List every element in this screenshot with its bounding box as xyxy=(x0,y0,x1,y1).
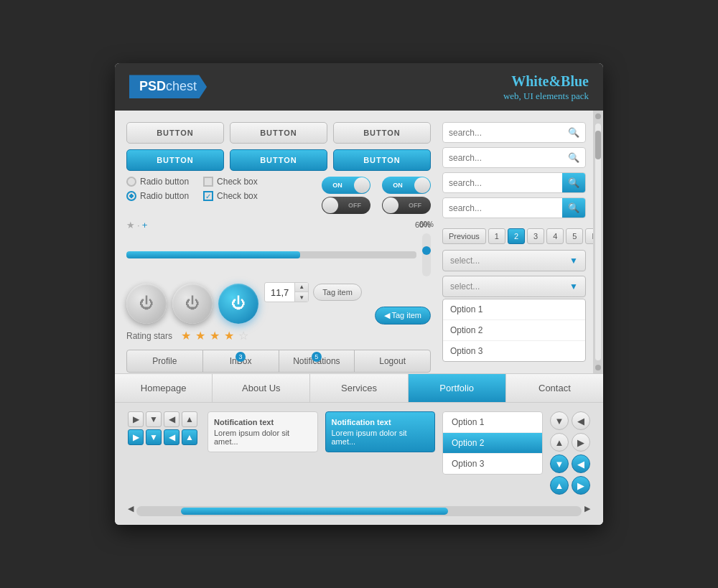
outline-btn-3[interactable]: BUTTON xyxy=(333,122,431,144)
select-2[interactable]: select... ▼ xyxy=(442,276,586,297)
dropdown-opt-2[interactable]: Option 2 xyxy=(443,320,585,341)
page-5[interactable]: 5 xyxy=(566,228,583,244)
nav-contact[interactable]: Contact xyxy=(506,374,603,402)
search-box-4: 🔍 xyxy=(442,197,586,218)
dropdown-opt-3[interactable]: Option 3 xyxy=(443,341,585,361)
check-2[interactable]: ✓ Check box xyxy=(203,191,258,201)
arr-left-1[interactable]: ◀ xyxy=(164,411,180,427)
notif-badge: 5 xyxy=(312,352,322,362)
search-box-1: 🔍 xyxy=(442,122,586,143)
circle-row-4: ▲ ▶ xyxy=(550,476,590,495)
search-icon-2: 🔍 xyxy=(562,148,585,167)
scroll-down-btn[interactable] xyxy=(595,365,601,370)
search-input-1[interactable] xyxy=(443,123,562,142)
select-1[interactable]: select... ▼ xyxy=(442,250,586,271)
star-4[interactable]: ★ xyxy=(224,329,234,342)
search-input-2[interactable] xyxy=(443,149,562,167)
hscroll-track[interactable] xyxy=(136,506,582,516)
check-1[interactable]: Check box xyxy=(203,177,258,187)
spinbox[interactable]: 11,7 ▲ ▼ xyxy=(264,282,309,302)
vertical-slider[interactable]: 60% xyxy=(422,233,431,276)
page-1[interactable]: 1 xyxy=(488,228,505,244)
circle-left-2[interactable]: ◀ xyxy=(572,454,590,473)
circle-left-1[interactable]: ◀ xyxy=(572,411,590,430)
filled-btn-row: BUTTON BUTTON BUTTON xyxy=(126,149,431,171)
nav-about[interactable]: About Us xyxy=(213,374,310,402)
spinbox-tag-row: 11,7 ▲ ▼ Tag item xyxy=(264,282,431,302)
arr-up-1[interactable]: ▲ xyxy=(182,411,197,427)
knob-1[interactable]: ⏻ xyxy=(126,284,167,324)
hscroll-right-arrow[interactable]: ▶ xyxy=(584,504,590,513)
tab-profile[interactable]: Profile xyxy=(127,350,203,372)
star-1[interactable]: ★ xyxy=(181,329,191,342)
bottom-opt-2[interactable]: Option 2 xyxy=(443,433,542,454)
bottom-opt-1[interactable]: Option 1 xyxy=(443,412,542,433)
notif-title-2: Notification text xyxy=(332,418,429,426)
toggle-on-1[interactable]: ON xyxy=(322,177,370,194)
search-input-3[interactable] xyxy=(443,174,562,192)
toggle-off-1[interactable]: OFF xyxy=(322,197,370,214)
circle-up-2[interactable]: ▲ xyxy=(550,476,569,495)
search-icon-1: 🔍 xyxy=(562,123,585,142)
toggle-col: ON OFF xyxy=(322,177,370,214)
progress-bar-bg[interactable] xyxy=(126,251,416,258)
nav-portfolio[interactable]: Portfolio xyxy=(409,374,506,402)
tab-inbox[interactable]: 3 InBox xyxy=(203,350,279,372)
arr-left-2[interactable]: ◀ xyxy=(164,429,180,445)
star-5[interactable]: ☆ xyxy=(238,329,248,342)
toggle-off-2[interactable]: OFF xyxy=(382,197,431,214)
bottom-opt-3[interactable]: Option 3 xyxy=(443,454,542,474)
circle-down-1[interactable]: ▼ xyxy=(550,411,569,430)
arr-right-1[interactable]: ▶ xyxy=(128,411,144,427)
power-icon-2: ⏻ xyxy=(185,295,200,312)
circle-right-2[interactable]: ▶ xyxy=(572,476,590,495)
scroll-track xyxy=(595,123,601,360)
scroll-thumb[interactable] xyxy=(595,131,601,159)
tag-2[interactable]: ◀ Tag item xyxy=(375,307,431,325)
tab-notifications[interactable]: 5 Notifications xyxy=(279,350,355,372)
check-box-2: ✓ xyxy=(203,191,213,201)
dropdown-opt-1[interactable]: Option 1 xyxy=(443,299,585,320)
page-4[interactable]: 4 xyxy=(546,228,564,244)
hscroll-left-arrow[interactable]: ◀ xyxy=(128,504,134,513)
circle-right-1[interactable]: ▶ xyxy=(572,433,590,452)
spinbox-down[interactable]: ▼ xyxy=(295,292,308,302)
toggle-knob-3 xyxy=(414,177,430,193)
star-minus[interactable]: ★ xyxy=(126,220,135,230)
arr-down-1[interactable]: ▼ xyxy=(146,411,162,427)
toggle-on-2[interactable]: ON xyxy=(382,177,431,194)
arr-down-2[interactable]: ▼ xyxy=(146,429,162,445)
tab-logout-label: Logout xyxy=(379,356,406,366)
circle-up-1[interactable]: ▲ xyxy=(550,433,569,452)
select-arrow-1: ▼ xyxy=(569,256,578,266)
arr-up-2[interactable]: ▲ xyxy=(182,429,197,445)
notif-body-1: Lorem ipsum dolor sit amet... xyxy=(214,429,312,446)
nav-homepage[interactable]: Homepage xyxy=(115,374,213,402)
arr-right-2[interactable]: ▶ xyxy=(128,429,144,445)
radio-2[interactable]: Radio button xyxy=(126,191,189,201)
circle-down-2[interactable]: ▼ xyxy=(550,454,569,473)
radio-1[interactable]: Radio button xyxy=(126,177,189,187)
dropdown-open: Option 1 Option 2 Option 3 xyxy=(442,299,586,362)
star-3[interactable]: ★ xyxy=(210,329,220,342)
knob-3[interactable]: ⏻ xyxy=(218,284,258,324)
title-small: web, UI elements pack xyxy=(503,90,589,103)
page-prev[interactable]: Previous xyxy=(442,228,486,244)
nav-services[interactable]: Services xyxy=(310,374,408,402)
outline-btn-2[interactable]: BUTTON xyxy=(230,122,327,144)
tab-logout[interactable]: Logout xyxy=(355,350,430,372)
tag-1[interactable]: Tag item xyxy=(313,284,362,301)
outline-btn-1[interactable]: BUTTON xyxy=(126,122,224,144)
filled-btn-3[interactable]: BUTTON xyxy=(333,149,431,171)
progress-wrap: 60% xyxy=(153,220,431,230)
star-2[interactable]: ★ xyxy=(195,329,205,342)
filled-btn-2[interactable]: BUTTON xyxy=(230,149,327,171)
scroll-up-btn[interactable] xyxy=(595,113,601,119)
filled-btn-1[interactable]: BUTTON xyxy=(126,149,224,171)
knob-2[interactable]: ⏻ xyxy=(172,284,213,324)
page-2[interactable]: 2 xyxy=(508,228,525,244)
search-input-4[interactable] xyxy=(443,199,562,218)
spinbox-up[interactable]: ▲ xyxy=(295,282,308,292)
page-3[interactable]: 3 xyxy=(527,228,544,244)
star-plus[interactable]: + xyxy=(142,220,148,230)
